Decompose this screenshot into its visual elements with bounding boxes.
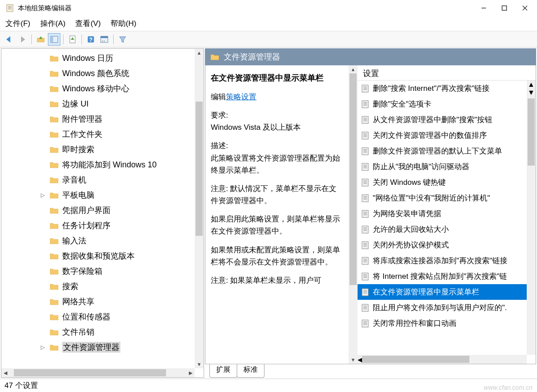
scroll-up-arrow-icon[interactable]: ▲ (528, 81, 535, 89)
settings-vertical-scrollbar[interactable]: ▲ ▼ (527, 81, 536, 355)
menu-action[interactable]: 操作(A) (39, 17, 67, 30)
setting-item[interactable]: 关闭常用控件和窗口动画 (358, 315, 536, 331)
setting-item[interactable]: 删除"搜索 Internet"/"再次搜索"链接 (358, 81, 536, 96)
show-hide-tree-button[interactable] (48, 33, 60, 46)
edit-label: 编辑 (211, 93, 226, 101)
up-button[interactable] (34, 33, 47, 46)
scroll-up-arrow-icon[interactable]: ▲ (349, 65, 358, 73)
setting-item[interactable]: 为网络安装申请凭据 (358, 206, 536, 222)
setting-item[interactable]: 关闭外壳协议保护模式 (358, 237, 536, 253)
scroll-down-arrow-icon[interactable]: ▼ (195, 360, 204, 368)
maximize-button[interactable] (494, 1, 515, 15)
setting-item[interactable]: 删除文件资源管理器的默认上下文菜单 (358, 143, 536, 159)
setting-item[interactable]: 从文件资源管理器中删除"搜索"按钮 (358, 112, 536, 128)
expand-icon[interactable]: ▷ (41, 192, 47, 198)
tree-item[interactable]: 输入法 (1, 233, 204, 248)
tab-standard[interactable]: 标准 (237, 364, 264, 378)
tree-item[interactable]: 工作文件夹 (1, 127, 204, 142)
tree-item[interactable]: 边缘 UI (1, 96, 204, 111)
setting-item[interactable]: 在文件资源管理器中显示菜单栏 (358, 284, 536, 300)
setting-item[interactable]: 防止从"我的电脑"访问驱动器 (358, 159, 536, 175)
scroll-thumb[interactable] (196, 102, 203, 236)
setting-item[interactable]: 关闭文件资源管理器中的数值排序 (358, 128, 536, 143)
svg-rect-21 (362, 101, 368, 108)
right-header-title: 文件资源管理器 (224, 51, 280, 62)
tree-item-label: 文件吊销 (62, 327, 94, 337)
tree-item[interactable]: 位置和传感器 (1, 309, 204, 324)
setting-item[interactable]: 关闭 Windows 键热键 (358, 175, 536, 190)
edit-policy-link[interactable]: 策略设置 (226, 93, 256, 101)
menu-view[interactable]: 查看(V) (74, 17, 102, 30)
app-icon (5, 4, 14, 13)
tree-item[interactable]: 附件管理器 (1, 111, 204, 127)
note-2: 注意: 如果菜单栏未显示，用户可 (211, 274, 343, 286)
right-header: 文件资源管理器 (205, 48, 536, 65)
menu-help[interactable]: 帮助(H) (110, 17, 137, 30)
settings-horizontal-scrollbar[interactable]: ◀ ▶ (358, 355, 527, 364)
tree-item[interactable]: 凭据用户界面 (1, 203, 204, 218)
tree-item[interactable]: ▷文件资源管理器 (1, 340, 204, 355)
setting-item-label: 删除"安全"选项卡 (373, 99, 431, 109)
scroll-thumb[interactable] (349, 73, 357, 285)
settings-column-header[interactable]: 设置 (358, 65, 536, 81)
tree-item[interactable]: 数字保险箱 (1, 264, 204, 279)
detail-pane: 在文件资源管理器中显示菜单栏 编辑策略设置 要求:Windows Vista 及… (205, 65, 349, 364)
tree-item[interactable]: 任务计划程序 (1, 218, 204, 233)
svg-rect-5 (502, 6, 507, 10)
setting-item-label: 防止从"我的电脑"访问驱动器 (373, 162, 469, 172)
setting-item-label: 关闭常用控件和窗口动画 (373, 318, 456, 328)
tree-item-label: Windows 颜色系统 (62, 68, 129, 79)
expand-icon[interactable]: ▷ (41, 344, 47, 350)
menu-file[interactable]: 文件(F) (4, 17, 31, 30)
setting-item[interactable]: 允许的最大回收站大小 (358, 222, 536, 237)
scroll-up-arrow-icon[interactable]: ▲ (195, 49, 204, 57)
setting-item[interactable]: 将库或搜索连接器添加到"再次搜索"链接 (358, 253, 536, 268)
tree-item[interactable]: 文件吊销 (1, 324, 204, 340)
tree-item[interactable]: Windows 移动中心 (1, 81, 204, 96)
tree-item[interactable]: 即时搜索 (1, 142, 204, 157)
help-button[interactable]: ? (85, 33, 97, 46)
scroll-left-arrow-icon[interactable]: ◀ (1, 370, 9, 376)
tree-item[interactable]: 将功能添加到 Windows 10 (1, 157, 204, 172)
minimize-button[interactable] (473, 1, 494, 15)
setting-item[interactable]: 阻止用户将文件添加到与该用户对应的". (358, 300, 536, 315)
tree-item[interactable]: 录音机 (1, 172, 204, 187)
setting-item-label: 在文件资源管理器中显示菜单栏 (373, 287, 479, 297)
setting-item[interactable]: "网络位置"中没有"我附近的计算机" (358, 190, 536, 206)
scroll-thumb[interactable] (362, 356, 469, 363)
setting-item-label: 关闭外壳协议保护模式 (373, 240, 449, 250)
scroll-thumb[interactable] (528, 98, 535, 166)
close-button[interactable] (515, 1, 535, 15)
setting-item[interactable]: 删除"安全"选项卡 (358, 96, 536, 112)
tab-extended[interactable]: 扩展 (209, 364, 237, 378)
tree-vertical-scrollbar[interactable]: ▲ ▼ (195, 49, 204, 368)
svg-rect-45 (362, 195, 368, 202)
tree-item[interactable]: Windows 日历 (1, 51, 204, 66)
svg-rect-37 (362, 163, 368, 170)
scroll-down-arrow-icon[interactable]: ▼ (349, 356, 358, 364)
scroll-down-arrow-icon[interactable]: ▼ (528, 89, 535, 97)
setting-item-label: 删除文件资源管理器的默认上下文菜单 (373, 146, 502, 156)
tree-item-label: 录音机 (62, 175, 86, 185)
tree-item[interactable]: 网络共享 (1, 294, 204, 309)
back-button[interactable] (3, 33, 15, 46)
tree-item-label: 数字保险箱 (62, 266, 102, 277)
tree-item[interactable]: 数据收集和预览版本 (1, 248, 204, 264)
forward-button[interactable] (16, 33, 29, 46)
tree-item[interactable]: Windows 颜色系统 (1, 66, 204, 81)
tree-pane: Windows 日历Windows 颜色系统Windows 移动中心边缘 UI附… (1, 48, 204, 378)
properties-button[interactable] (98, 33, 111, 46)
tree-horizontal-scrollbar[interactable]: ◀ ▶ (1, 368, 195, 377)
setting-item-label: 允许的最大回收站大小 (373, 224, 449, 234)
tree-item-label: 边缘 UI (62, 98, 89, 109)
tree-item-label: 平板电脑 (62, 190, 94, 200)
export-button[interactable] (66, 33, 79, 46)
tree-item[interactable]: 搜索 (1, 279, 204, 294)
scroll-right-arrow-icon[interactable]: ▶ (187, 370, 195, 376)
detail-vertical-scrollbar[interactable]: ▲ ▼ (349, 65, 358, 364)
scroll-thumb[interactable] (14, 369, 166, 376)
tree-item-label: Windows 日历 (62, 53, 113, 64)
filter-button[interactable] (116, 33, 129, 46)
setting-item[interactable]: 将 Internet 搜索站点附加到"再次搜索"链 (358, 268, 536, 284)
tree-item[interactable]: ▷平板电脑 (1, 187, 204, 203)
